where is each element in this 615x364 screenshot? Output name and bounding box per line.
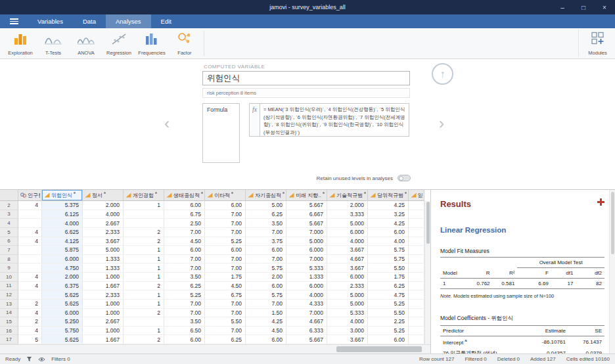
cell[interactable]: 6.00 (246, 282, 286, 291)
cell[interactable]: 4.25 (368, 219, 409, 228)
cell[interactable]: 1.000 (83, 273, 124, 282)
cell[interactable]: 6.00 (164, 335, 205, 344)
exploration-button[interactable]: Exploration (4, 30, 37, 57)
cell[interactable] (409, 317, 424, 327)
cell[interactable]: 6.00 (368, 228, 409, 237)
cell[interactable]: 5.375 (42, 201, 83, 210)
cell[interactable]: 4.667 (327, 255, 368, 264)
cell[interactable] (409, 255, 424, 264)
cell[interactable]: 4 (18, 237, 42, 246)
cell[interactable]: 6.00 (246, 335, 286, 344)
cell[interactable]: 1 (124, 290, 164, 300)
cell[interactable] (409, 327, 424, 336)
cell[interactable]: 6.75 (205, 290, 246, 300)
cell[interactable]: 6.625 (42, 228, 83, 237)
cell[interactable] (409, 246, 424, 255)
row-number[interactable]: 3 (0, 210, 18, 219)
cell[interactable]: 1.75 (368, 273, 409, 282)
row-number[interactable]: 15 (0, 317, 18, 327)
cell[interactable]: 5.667 (286, 335, 327, 344)
cell[interactable]: 5.00 (246, 201, 286, 210)
cell[interactable]: 3.25 (368, 210, 409, 219)
cell[interactable]: 7.000 (286, 228, 327, 237)
cell[interactable]: 5 (18, 335, 42, 344)
cell[interactable]: 4.000 (327, 237, 368, 246)
cell[interactable]: 5.000 (327, 300, 368, 309)
row-number[interactable]: 16 (0, 327, 18, 336)
cell[interactable]: 6.00 (205, 201, 246, 210)
cell[interactable] (18, 263, 42, 273)
linear-regression-heading[interactable]: Linear Regression (440, 226, 604, 234)
column-header-3[interactable]: 개인경험 (124, 190, 164, 201)
formula-input[interactable]: = MEAN(`3 위험인식(우려)`, `4 위험인식(건강행동)`, `5 … (260, 103, 409, 137)
cell[interactable]: 5.50 (368, 263, 409, 273)
cell[interactable]: 2.000 (83, 201, 124, 210)
column-header-1[interactable]: 위험인식 (42, 190, 83, 201)
cell[interactable]: 2.333 (327, 282, 368, 291)
cell[interactable] (18, 210, 42, 219)
cell[interactable] (18, 255, 42, 264)
cell[interactable] (124, 219, 164, 228)
tab-analyses[interactable]: Analyses (106, 14, 151, 28)
cell[interactable]: 2 (124, 335, 164, 344)
cell[interactable]: 7.00 (205, 255, 246, 264)
cell[interactable]: 4.25 (246, 317, 286, 327)
cell[interactable]: 6.000 (286, 246, 327, 255)
column-header-5[interactable]: 이타적 (205, 190, 246, 201)
cell[interactable] (124, 317, 164, 327)
cell[interactable]: 7.00 (164, 228, 205, 237)
cell[interactable]: 3.667 (83, 237, 124, 246)
cell[interactable]: 5.333 (327, 309, 368, 318)
cell[interactable]: 1 (124, 273, 164, 282)
cell[interactable]: 6.00 (205, 246, 246, 255)
cell[interactable]: 2 (124, 309, 164, 318)
cell[interactable]: 5.625 (42, 335, 83, 344)
cell[interactable]: 6.25 (246, 210, 286, 219)
cell[interactable]: 5.000 (327, 219, 368, 228)
cell[interactable]: 2.333 (83, 290, 124, 300)
table-horizontal-scrollbar[interactable] (0, 344, 430, 353)
cell[interactable] (409, 309, 424, 318)
cell[interactable]: 6.50 (164, 327, 205, 336)
t-tests-button[interactable]: T-Tests (37, 30, 70, 57)
cell[interactable]: 4.50 (205, 282, 246, 291)
cell[interactable]: 7.00 (164, 255, 205, 264)
cell[interactable]: 4.000 (42, 219, 83, 228)
next-variable-chevron-icon[interactable]: › (439, 116, 444, 131)
cell[interactable]: 4 (18, 273, 42, 282)
cell[interactable]: 4.000 (83, 210, 124, 219)
collapse-editor-button[interactable]: ↑ (432, 63, 453, 85)
cell[interactable] (409, 282, 424, 291)
cell[interactable] (18, 290, 42, 300)
cell[interactable]: 5.000 (83, 246, 124, 255)
cell[interactable]: 5.750 (42, 327, 83, 336)
cell[interactable]: 2.667 (83, 317, 124, 327)
cell[interactable]: 5.000 (286, 237, 327, 246)
cell[interactable]: 5.50 (368, 309, 409, 318)
row-number[interactable]: 5 (0, 228, 18, 237)
cell[interactable] (409, 201, 424, 210)
cell[interactable]: 4.667 (286, 317, 327, 327)
cell[interactable]: 6.000 (286, 282, 327, 291)
cell[interactable]: 6.25 (205, 335, 246, 344)
cell[interactable]: 2.333 (83, 228, 124, 237)
frequencies-button[interactable]: Frequencies (135, 30, 168, 57)
cell[interactable]: 7.00 (246, 300, 286, 309)
cell[interactable] (409, 273, 424, 282)
factor-button[interactable]: Factor (168, 30, 201, 57)
cell[interactable] (409, 263, 424, 273)
table-horizontal-scroll-thumb[interactable] (336, 346, 422, 352)
cell[interactable] (409, 300, 424, 309)
cell[interactable]: 3.50 (246, 219, 286, 228)
cell[interactable]: 5.625 (42, 300, 83, 309)
cell[interactable]: 7.00 (205, 309, 246, 318)
cell[interactable]: 1 (124, 201, 164, 210)
maximize-button[interactable]: □ (573, 0, 594, 14)
cell[interactable]: 5.25 (205, 237, 246, 246)
cell[interactable] (409, 290, 424, 300)
cell[interactable]: 6.000 (327, 273, 368, 282)
cell[interactable]: 5.50 (205, 317, 246, 327)
cell[interactable]: 1.000 (83, 309, 124, 318)
cell[interactable] (124, 210, 164, 219)
prev-variable-chevron-icon[interactable]: ‹ (164, 116, 170, 131)
